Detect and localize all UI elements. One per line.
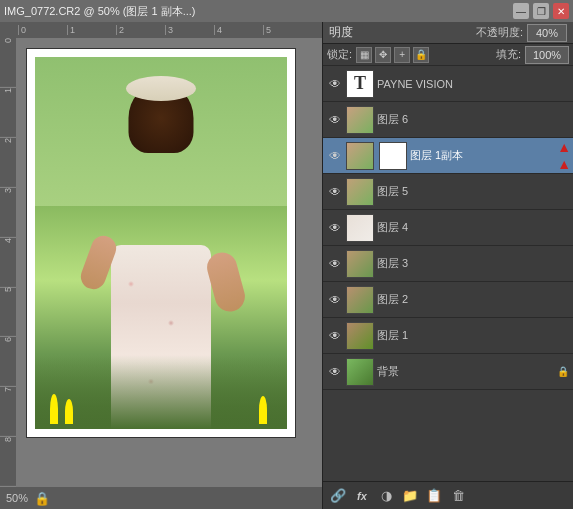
fill-input[interactable]: 100% <box>525 46 569 64</box>
minimize-button[interactable]: — <box>513 3 529 19</box>
thumb-1-copy-img <box>347 143 373 169</box>
lock-label: 锁定: <box>327 47 352 62</box>
footer-delete-icon[interactable]: 🗑 <box>449 487 467 505</box>
opacity-label: 不透明度: <box>476 25 523 40</box>
ruler-corner <box>0 22 16 38</box>
layer-name-1-copy: 图层 1副本 <box>410 148 569 163</box>
footer-new-layer-icon[interactable]: 📋 <box>425 487 443 505</box>
layer-name-text: PAYNE VISION <box>377 78 569 90</box>
layer-item-2[interactable]: 👁 图层 2 <box>323 282 573 318</box>
layer-eye-4[interactable]: 👁 <box>327 220 343 236</box>
lock-artboard[interactable]: + <box>394 47 410 63</box>
layer-name-2: 图层 2 <box>377 292 569 307</box>
flower1 <box>50 394 58 424</box>
thumb-1-img <box>347 323 373 349</box>
layer-item-3[interactable]: 👁 图层 3 <box>323 246 573 282</box>
title-bar: IMG_0772.CR2 @ 50% (图层 1 副本...) — ❐ ✕ <box>0 0 573 22</box>
flower3 <box>259 396 267 424</box>
panel-header: 明度 不透明度: 40% <box>323 22 573 44</box>
thumb-2-img <box>347 287 373 313</box>
ruler-v-8: 8 <box>0 437 16 487</box>
canvas-area: 0 1 2 3 4 5 0 1 2 3 4 5 6 7 8 <box>0 22 322 509</box>
ruler-h-inner: 0 1 2 3 4 5 <box>18 25 312 35</box>
lock-row: 锁定: ▦ ✥ + 🔒 填充: 100% <box>323 44 573 66</box>
footer-link-icon[interactable]: 🔗 <box>329 487 347 505</box>
thumb-4-img <box>347 215 373 241</box>
ruler-horizontal: 0 1 2 3 4 5 <box>16 22 322 38</box>
layer-item-bg[interactable]: 👁 背景 🔒 <box>323 354 573 390</box>
ruler-tick-4: 4 <box>214 25 263 35</box>
lock-all[interactable]: 🔒 <box>413 47 429 63</box>
layer-eye-6[interactable]: 👁 <box>327 112 343 128</box>
ruler-v-7: 7 <box>0 387 16 437</box>
layer-eye-1-copy[interactable]: 👁 <box>327 148 343 164</box>
layer-item-1-copy[interactable]: 👁 图层 1副本 ▲ ▲ <box>323 138 573 174</box>
ruler-tick-5: 5 <box>263 25 312 35</box>
zoom-value: 50% <box>6 492 28 504</box>
layer-thumb-3 <box>346 250 374 278</box>
canvas-image-container[interactable] <box>16 38 322 487</box>
thumb-3-img <box>347 251 373 277</box>
thumb-6-img <box>347 107 373 133</box>
layer-eye-1[interactable]: 👁 <box>327 328 343 344</box>
canvas-body: 0 1 2 3 4 5 6 7 8 <box>0 38 322 487</box>
layers-panel: 明度 不透明度: 40% 锁定: ▦ ✥ + 🔒 填充: 100% 👁 <box>322 22 573 509</box>
lock-move[interactable]: ✥ <box>375 47 391 63</box>
layers-list: 👁 T PAYNE VISION 👁 图层 6 👁 <box>323 66 573 481</box>
footer-group-icon[interactable]: 📁 <box>401 487 419 505</box>
layer-item-text[interactable]: 👁 T PAYNE VISION <box>323 66 573 102</box>
canvas-top-row: 0 1 2 3 4 5 <box>0 22 322 38</box>
girl-hat <box>126 76 196 101</box>
layer-name-bg: 背景 <box>377 364 554 379</box>
layer-thumb-T-icon: T <box>354 73 366 94</box>
ruler-tick-2: 2 <box>116 25 165 35</box>
layer-item-5[interactable]: 👁 图层 5 <box>323 174 573 210</box>
layer-thumb-6 <box>346 106 374 134</box>
title-bar-text: IMG_0772.CR2 @ 50% (图层 1 副本...) <box>4 4 509 19</box>
layer-item-1[interactable]: 👁 图层 1 <box>323 318 573 354</box>
layer-thumb-1-copy <box>346 142 374 170</box>
layer-lock-bg: 🔒 <box>557 366 569 377</box>
layers-scroll-wrapper: 👁 T PAYNE VISION 👁 图层 6 👁 <box>323 66 573 481</box>
ruler-v-6: 6 <box>0 337 16 387</box>
opacity-area: 不透明度: 40% <box>472 24 567 42</box>
layer-mask-1-copy <box>379 142 407 170</box>
ruler-tick-3: 3 <box>165 25 214 35</box>
layer-eye-5[interactable]: 👁 <box>327 184 343 200</box>
close-button[interactable]: ✕ <box>553 3 569 19</box>
thumb-bg-img <box>347 359 373 385</box>
layer-item-6[interactable]: 👁 图层 6 <box>323 102 573 138</box>
ruler-tick-0: 0 <box>18 25 67 35</box>
ruler-v-3: 3 <box>0 188 16 238</box>
lock-icons: ▦ ✥ + 🔒 <box>356 47 429 63</box>
layer-thumb-bg <box>346 358 374 386</box>
lock-checkered[interactable]: ▦ <box>356 47 372 63</box>
layer-eye-text[interactable]: 👁 <box>327 76 343 92</box>
layer-eye-2[interactable]: 👁 <box>327 292 343 308</box>
layer-thumb-2 <box>346 286 374 314</box>
thumb-5-img <box>347 179 373 205</box>
photo-background <box>35 57 287 429</box>
main-area: 0 1 2 3 4 5 0 1 2 3 4 5 6 7 8 <box>0 22 573 509</box>
ruler-v-5: 5 <box>0 287 16 337</box>
layer-item-4[interactable]: 👁 图层 4 <box>323 210 573 246</box>
footer-adjustment-icon[interactable]: ◑ <box>377 487 395 505</box>
footer-fx-icon[interactable]: fx <box>353 487 371 505</box>
panel-title: 明度 <box>329 24 353 41</box>
canvas-image <box>26 48 296 438</box>
photo-grass <box>35 355 287 429</box>
ruler-v-4: 4 <box>0 238 16 288</box>
layer-name-1: 图层 1 <box>377 328 569 343</box>
layer-name-4: 图层 4 <box>377 220 569 235</box>
opacity-input[interactable]: 40% <box>527 24 567 42</box>
ruler-tick-1: 1 <box>67 25 116 35</box>
restore-button[interactable]: ❐ <box>533 3 549 19</box>
canvas-footer-icon: 🔒 <box>34 491 50 506</box>
layer-name-5: 图层 5 <box>377 184 569 199</box>
footer-icons: 🔗 fx ◑ 📁 📋 🗑 <box>329 487 467 505</box>
ruler-v-1: 1 <box>0 88 16 138</box>
layer-eye-bg[interactable]: 👁 <box>327 364 343 380</box>
canvas-footer: 50% 🔒 <box>0 487 322 509</box>
layer-eye-3[interactable]: 👁 <box>327 256 343 272</box>
layer-thumb-1 <box>346 322 374 350</box>
